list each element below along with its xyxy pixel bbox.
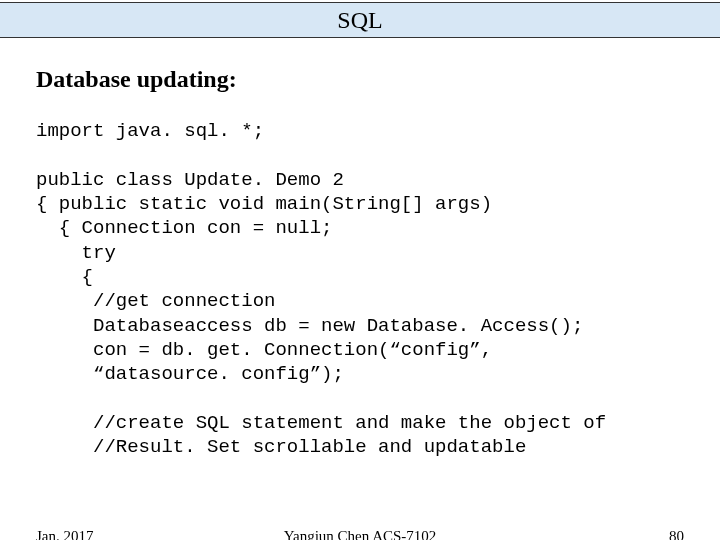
section-heading: Database updating: (36, 66, 684, 93)
code-block: import java. sql. *; public class Update… (36, 119, 684, 459)
footer-page-number: 80 (669, 528, 684, 540)
slide-title: SQL (337, 7, 382, 33)
title-bar: SQL (0, 2, 720, 38)
slide: SQL Database updating: import java. sql.… (0, 2, 720, 540)
slide-content: Database updating: import java. sql. *; … (0, 38, 720, 459)
footer-author-course: Yangjun Chen ACS-7102 (0, 528, 720, 540)
